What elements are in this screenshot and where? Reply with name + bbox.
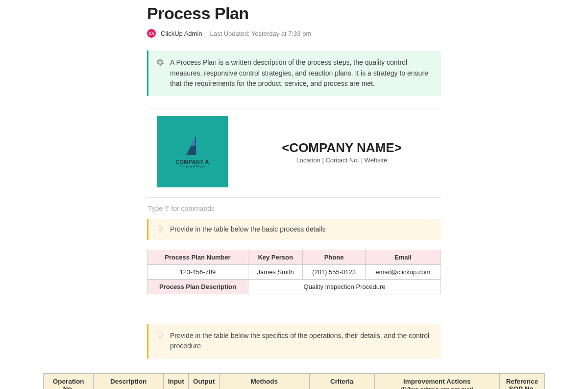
author-name: ClickUp Admin bbox=[161, 30, 202, 37]
author-avatar: CA bbox=[147, 29, 156, 38]
th-email: Email bbox=[365, 250, 441, 264]
details-callout-text: Provide in the table below the basic pro… bbox=[170, 224, 326, 235]
operations-table[interactable]: Operation No. Description Input Output M… bbox=[43, 373, 545, 389]
th-op-reference: Reference SOP No. bbox=[499, 374, 544, 389]
command-input[interactable]: Type '/' for commands bbox=[147, 202, 441, 215]
th-op-criteria: Criteria bbox=[309, 374, 374, 389]
divider bbox=[147, 108, 441, 108]
th-op-input: Input bbox=[164, 374, 189, 389]
td-description[interactable]: Quality Inspection Procedure bbox=[248, 279, 441, 294]
td-key-person[interactable]: James Smith bbox=[248, 264, 302, 279]
ops-callout-text: Provide in the table below the specifics… bbox=[170, 331, 432, 352]
th-description: Process Plan Description bbox=[147, 279, 248, 294]
details-callout: Provide in the table below the basic pro… bbox=[147, 219, 441, 240]
last-updated: Last Updated: Yesterday at 7:33 pm bbox=[210, 30, 312, 37]
th-op-improvement: Improvement Actions (When criteria are n… bbox=[374, 374, 499, 389]
th-op-improvement-sub: (When criteria are not met) bbox=[379, 386, 495, 389]
intro-text: A Process Plan is a written description … bbox=[170, 57, 432, 89]
bulb-icon bbox=[156, 332, 164, 339]
meta-row: CA ClickUp Admin Last Updated: Yesterday… bbox=[147, 29, 441, 38]
th-op-description: Description bbox=[94, 374, 164, 389]
td-email[interactable]: email@clickup.com bbox=[365, 264, 441, 279]
th-op-methods: Methods bbox=[219, 374, 309, 389]
company-name-placeholder[interactable]: <COMPANY NAME> bbox=[243, 140, 441, 156]
th-op-no: Operation No. bbox=[44, 374, 94, 389]
ops-callout: Provide in the table below the specifics… bbox=[147, 324, 441, 359]
company-logo: COMPANY A Company A Slogan bbox=[157, 116, 228, 187]
logo-name: COMPANY A bbox=[175, 159, 209, 165]
logo-tagline: Company A Slogan bbox=[180, 165, 205, 168]
company-sub-placeholder[interactable]: Location | Contact No. | Website bbox=[243, 156, 441, 164]
page-title: Process Plan bbox=[147, 4, 441, 23]
th-op-output: Output bbox=[189, 374, 220, 389]
td-phone[interactable]: (201) 555-0123 bbox=[303, 264, 365, 279]
th-phone: Phone bbox=[303, 250, 365, 264]
logo-shape-icon bbox=[186, 136, 198, 155]
divider bbox=[147, 197, 441, 198]
intro-callout: A Process Plan is a written description … bbox=[147, 51, 441, 96]
company-info: <COMPANY NAME> Location | Contact No. | … bbox=[243, 140, 441, 164]
gear-icon bbox=[156, 58, 164, 66]
th-key-person: Key Person bbox=[248, 250, 302, 264]
bulb-icon bbox=[156, 225, 164, 233]
th-plan-number: Process Plan Number bbox=[147, 250, 248, 264]
td-plan-number[interactable]: 123-456-789 bbox=[147, 264, 248, 279]
company-header: COMPANY A Company A Slogan <COMPANY NAME… bbox=[147, 116, 441, 187]
details-table[interactable]: Process Plan Number Key Person Phone Ema… bbox=[147, 250, 441, 294]
